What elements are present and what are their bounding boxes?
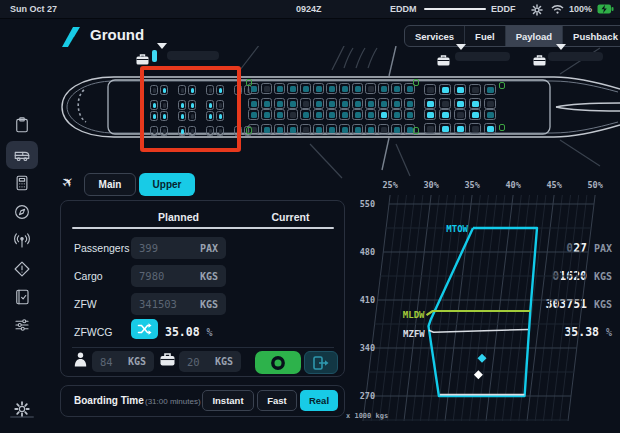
- seat[interactable]: [454, 123, 466, 134]
- seat[interactable]: [326, 98, 337, 109]
- caution-icon[interactable]: [13, 260, 31, 278]
- cargo-input[interactable]: 7980 KGS: [131, 265, 226, 287]
- seat[interactable]: [339, 98, 350, 109]
- deboard-button[interactable]: [304, 351, 338, 374]
- seat[interactable]: [469, 123, 481, 134]
- seat[interactable]: [439, 98, 451, 109]
- seat[interactable]: [352, 124, 363, 135]
- start-boarding-button[interactable]: [255, 351, 301, 374]
- seat[interactable]: [469, 98, 481, 109]
- seat[interactable]: [274, 98, 285, 109]
- compass-icon[interactable]: [13, 203, 31, 221]
- seat[interactable]: [424, 109, 436, 120]
- seat[interactable]: [424, 84, 436, 95]
- seat[interactable]: [326, 124, 337, 135]
- seat[interactable]: [378, 98, 389, 109]
- cargo-target-marker[interactable]: [157, 43, 167, 49]
- seat[interactable]: [439, 84, 451, 95]
- seat[interactable]: [274, 124, 285, 135]
- seat[interactable]: [469, 84, 481, 95]
- seat[interactable]: [313, 124, 324, 135]
- nav-fuel[interactable]: Fuel: [465, 26, 506, 46]
- seat[interactable]: [378, 83, 389, 94]
- seat[interactable]: [300, 109, 311, 120]
- seat[interactable]: [352, 98, 363, 109]
- seat[interactable]: [313, 98, 324, 109]
- seat[interactable]: [326, 109, 337, 120]
- seat[interactable]: [261, 109, 272, 120]
- seat[interactable]: [300, 83, 311, 94]
- seat[interactable]: [339, 124, 350, 135]
- passengers-input[interactable]: 399 PAX: [131, 237, 226, 259]
- seat[interactable]: [378, 124, 389, 135]
- seat[interactable]: [339, 109, 350, 120]
- seat[interactable]: [424, 98, 436, 109]
- pax-weight-input[interactable]: 84 KGS: [92, 351, 154, 372]
- seat[interactable]: [287, 83, 298, 94]
- radio-icon[interactable]: [13, 232, 31, 250]
- seat[interactable]: [287, 124, 298, 135]
- seat[interactable]: [484, 98, 496, 109]
- seat[interactable]: [439, 123, 451, 134]
- cargo-target-marker[interactable]: [556, 44, 566, 50]
- seat[interactable]: [352, 109, 363, 120]
- seat[interactable]: [484, 123, 496, 134]
- seat[interactable]: [391, 109, 402, 120]
- seat[interactable]: [274, 83, 285, 94]
- seat[interactable]: [404, 109, 415, 120]
- seat[interactable]: [352, 83, 363, 94]
- settings-gear-icon[interactable]: [13, 400, 31, 418]
- seat[interactable]: [313, 109, 324, 120]
- seat[interactable]: [287, 109, 298, 120]
- bag-weight-input[interactable]: 20 KGS: [179, 351, 241, 372]
- seat[interactable]: [391, 98, 402, 109]
- seat[interactable]: [424, 123, 436, 134]
- seat[interactable]: [454, 98, 466, 109]
- seat[interactable]: [484, 84, 496, 95]
- seat[interactable]: [439, 109, 451, 120]
- seat[interactable]: [484, 109, 496, 120]
- tab-main-deck[interactable]: Main: [84, 173, 136, 196]
- zfw-input[interactable]: 341503 KGS: [131, 293, 226, 315]
- seat[interactable]: [365, 83, 376, 94]
- seat[interactable]: [339, 83, 350, 94]
- nav-services[interactable]: Services: [405, 26, 465, 46]
- seat[interactable]: [404, 98, 415, 109]
- cargo-progress-bar[interactable]: [548, 52, 603, 61]
- seat[interactable]: [261, 83, 272, 94]
- sliders-icon[interactable]: [13, 316, 31, 334]
- gear-icon[interactable]: [531, 4, 543, 16]
- seat[interactable]: [391, 83, 402, 94]
- nav-payload[interactable]: Payload: [506, 26, 563, 46]
- randomize-cg-button[interactable]: [131, 319, 158, 339]
- shuttle-icon[interactable]: [13, 146, 31, 164]
- nav-pushback[interactable]: Pushback: [563, 26, 620, 46]
- boarding-option-instant[interactable]: Instant: [202, 390, 254, 411]
- calculator-icon[interactable]: [13, 174, 31, 192]
- cargo-target-marker[interactable]: [456, 44, 466, 50]
- seat[interactable]: [274, 109, 285, 120]
- seat[interactable]: [454, 84, 466, 95]
- boarding-option-fast[interactable]: Fast: [257, 390, 297, 411]
- seat[interactable]: [326, 83, 337, 94]
- seat[interactable]: [287, 98, 298, 109]
- cargo-progress-bar[interactable]: [167, 51, 219, 60]
- seat[interactable]: [365, 98, 376, 109]
- seat[interactable]: [300, 98, 311, 109]
- seat[interactable]: [378, 109, 389, 120]
- seat[interactable]: [313, 83, 324, 94]
- seat[interactable]: [300, 124, 311, 135]
- seat[interactable]: [248, 109, 259, 120]
- seat[interactable]: [261, 124, 272, 135]
- seat[interactable]: [469, 109, 481, 120]
- seat[interactable]: [365, 109, 376, 120]
- seat[interactable]: [248, 98, 259, 109]
- seat[interactable]: [365, 124, 376, 135]
- tab-upper-deck[interactable]: Upper: [139, 173, 195, 196]
- seat[interactable]: [454, 109, 466, 120]
- seat[interactable]: [261, 98, 272, 109]
- boarding-option-real[interactable]: Real: [300, 390, 338, 411]
- clipboard-icon[interactable]: [13, 116, 31, 134]
- cargo-progress-bar[interactable]: [455, 52, 510, 61]
- seat[interactable]: [391, 124, 402, 135]
